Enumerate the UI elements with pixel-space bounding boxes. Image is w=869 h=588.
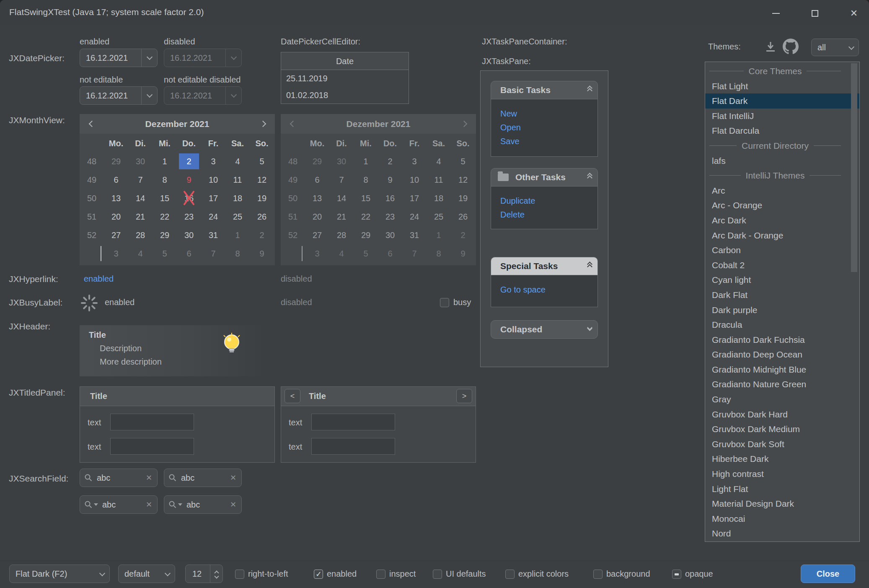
clear-icon[interactable]: ✕ xyxy=(146,473,152,482)
download-icon[interactable] xyxy=(764,40,777,54)
day-cell[interactable]: 24 xyxy=(201,207,225,226)
task-link[interactable]: Duplicate xyxy=(500,194,597,208)
search-input[interactable]: abc xyxy=(102,500,146,510)
day-cell[interactable]: 15 xyxy=(153,189,177,207)
themes-filter-combo[interactable]: all xyxy=(811,39,859,56)
theme-item[interactable]: lafs xyxy=(705,153,859,168)
laf-combo[interactable]: Flat Dark (F2) xyxy=(9,565,110,583)
day-cell[interactable]: 29 xyxy=(153,226,177,244)
datepicker-dropdown-button[interactable] xyxy=(141,49,157,67)
close-button[interactable]: Close xyxy=(801,565,855,583)
theme-item[interactable]: Flat IntelliJ xyxy=(705,109,859,124)
day-cell[interactable]: 10 xyxy=(201,171,225,189)
theme-item[interactable]: Monocai xyxy=(705,511,859,526)
datepicker-dropdown-button[interactable] xyxy=(141,87,157,104)
day-cell[interactable]: 21 xyxy=(128,207,153,226)
github-icon[interactable] xyxy=(783,39,799,54)
table-row[interactable]: 25.11.2019 xyxy=(281,70,409,87)
style-combo[interactable]: default xyxy=(118,565,175,583)
day-cell[interactable]: 2 xyxy=(177,152,201,171)
checkbox-background[interactable]: background xyxy=(593,569,650,579)
taskpane-group-header[interactable]: Basic Tasks xyxy=(491,81,598,99)
theme-item[interactable]: Dark Flat xyxy=(705,288,859,303)
search-input[interactable]: abc xyxy=(181,473,230,483)
text-input[interactable] xyxy=(110,438,194,455)
search-input[interactable]: abc xyxy=(97,473,146,483)
task-link[interactable]: Delete xyxy=(500,208,597,222)
day-cell[interactable]: 5 xyxy=(153,244,177,263)
theme-item[interactable]: Gradianto Nature Green xyxy=(705,377,859,392)
theme-item[interactable]: Flat Light xyxy=(705,79,859,94)
close-window-button[interactable]: ✕ xyxy=(846,6,861,21)
theme-item[interactable]: Dark purple xyxy=(705,303,859,318)
datepicker-enabled[interactable]: 16.12.2021 xyxy=(80,49,158,67)
taskpane-group-header[interactable]: Collapsed xyxy=(491,320,598,339)
next-month-button[interactable] xyxy=(253,114,272,134)
day-cell[interactable]: 29 xyxy=(104,152,128,171)
theme-item[interactable]: Dracula xyxy=(705,317,859,332)
day-cell[interactable]: 9 xyxy=(250,244,274,263)
theme-item[interactable]: Gruvbox Dark Medium xyxy=(705,422,859,437)
day-cell[interactable]: 2 xyxy=(250,226,274,244)
font-size-spinner[interactable]: 12 xyxy=(185,565,223,583)
day-cell[interactable]: 17 xyxy=(201,189,225,207)
busy-checkbox[interactable]: busy xyxy=(440,298,471,307)
day-cell[interactable]: 22 xyxy=(153,207,177,226)
checkbox-box[interactable] xyxy=(593,570,603,579)
theme-item[interactable]: Material Design Dark xyxy=(705,496,859,511)
day-cell[interactable]: 30 xyxy=(128,152,153,171)
theme-item[interactable]: Arc xyxy=(705,183,859,198)
theme-item[interactable]: Carbon xyxy=(705,243,859,258)
text-input[interactable] xyxy=(311,414,395,430)
text-input[interactable] xyxy=(110,414,194,430)
day-cell[interactable]: 18 xyxy=(225,189,250,207)
day-cell[interactable]: 19 xyxy=(250,189,274,207)
day-cell[interactable]: 3 xyxy=(201,152,225,171)
day-cell[interactable]: 7 xyxy=(201,244,225,263)
theme-item[interactable]: Gray xyxy=(705,392,859,407)
day-cell[interactable]: 23 xyxy=(177,207,201,226)
clear-icon[interactable]: ✕ xyxy=(230,500,236,509)
day-cell[interactable]: 11 xyxy=(225,171,250,189)
checkbox-opaque[interactable]: opaque xyxy=(672,569,713,579)
search-field[interactable]: abc✕ xyxy=(80,495,158,514)
theme-item[interactable]: Gradianto Dark Fuchsia xyxy=(705,332,859,347)
scrollbar-thumb[interactable] xyxy=(851,63,857,272)
theme-item[interactable]: Arc Dark xyxy=(705,213,859,228)
day-cell[interactable]: 30 xyxy=(177,226,201,244)
hyperlink-enabled[interactable]: enabled xyxy=(84,274,114,284)
titledpanel-next-button[interactable]: > xyxy=(456,389,472,403)
theme-item[interactable]: Light Flat xyxy=(705,482,859,497)
theme-item[interactable]: Nord xyxy=(705,526,859,541)
day-cell[interactable]: 31 xyxy=(201,226,225,244)
day-cell[interactable]: 14 xyxy=(128,189,153,207)
maximize-button[interactable] xyxy=(807,6,822,21)
theme-item[interactable]: Gradianto Midnight Blue xyxy=(705,362,859,377)
minimize-button[interactable] xyxy=(768,6,784,21)
day-cell[interactable]: 3 xyxy=(104,244,128,263)
task-link[interactable]: Go to space xyxy=(500,283,597,297)
day-cell[interactable]: 8 xyxy=(225,244,250,263)
task-link[interactable]: Save xyxy=(500,135,597,148)
day-cell[interactable]: 7 xyxy=(128,171,153,189)
checkbox-box[interactable] xyxy=(433,570,442,579)
day-cell[interactable]: 27 xyxy=(104,226,128,244)
task-link[interactable]: New xyxy=(500,107,597,121)
search-field[interactable]: abc✕ xyxy=(164,495,242,514)
checkbox-box[interactable] xyxy=(505,570,515,579)
theme-item[interactable]: Flat Darcula xyxy=(705,123,859,138)
day-cell[interactable]: 28 xyxy=(128,226,153,244)
theme-item[interactable]: Hiberbee Dark xyxy=(705,451,859,466)
spinner-buttons[interactable] xyxy=(210,565,222,583)
search-field[interactable]: abc✕ xyxy=(80,469,158,487)
day-cell[interactable]: 25 xyxy=(225,207,250,226)
day-cell[interactable]: 26 xyxy=(250,207,274,226)
day-cell[interactable]: 16 xyxy=(177,189,201,207)
table-row[interactable]: 01.02.2018 xyxy=(281,87,409,104)
checkbox-inspect[interactable]: inspect xyxy=(376,569,416,579)
theme-item[interactable]: Arc - Orange xyxy=(705,198,859,213)
datepicker-not-editable[interactable]: 16.12.2021 xyxy=(80,86,158,105)
theme-item[interactable]: Gradianto Deep Ocean xyxy=(705,347,859,362)
day-cell[interactable]: 5 xyxy=(250,152,274,171)
day-cell[interactable]: 4 xyxy=(128,244,153,263)
